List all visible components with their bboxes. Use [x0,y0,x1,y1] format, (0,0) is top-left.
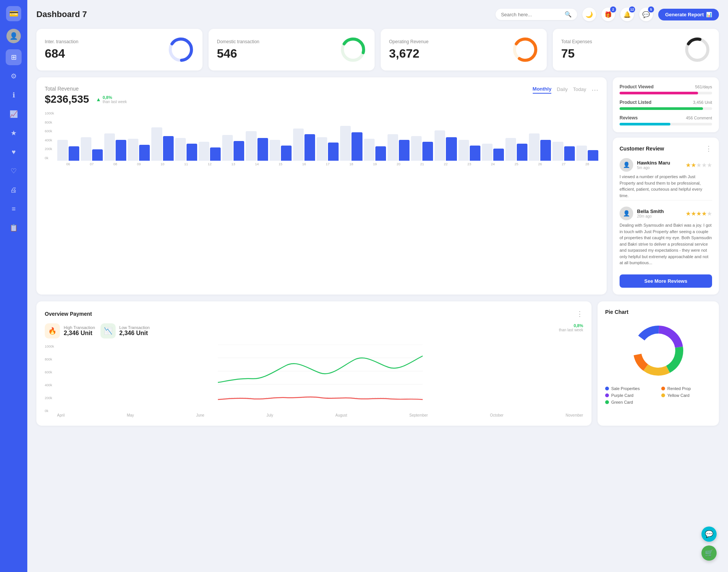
legend-label-sale: Sale Properties [611,386,640,391]
legend-label-yellow: Yellow Card [667,393,689,398]
sidebar-item-settings[interactable]: ⚙ [6,68,22,84]
chat-btn[interactable]: 💬 5 [639,8,653,21]
stat-card-expenses: Total Expenses 75 [553,29,719,71]
sidebar-item-star[interactable]: ★ [6,125,22,141]
bar-grey-11 [317,137,327,161]
stat-card-domestic-content: Domestic transaction 546 [217,39,259,61]
star-0-5: ★ [707,162,712,168]
float-support-btn[interactable]: 💬 [701,527,717,542]
tab-monthly[interactable]: Monthly [533,86,552,94]
search-box[interactable]: 🔍 [496,9,577,20]
bar-label-3: 09 [128,162,150,166]
bar-grey-10 [293,129,304,161]
metric-header-2: Reviews 456 Comment [620,115,712,121]
bar-blue-19 [517,144,527,161]
star-0-2: ★ [691,162,696,168]
legend-dot-purple [605,393,609,397]
bell-btn[interactable]: 🔔 12 [620,8,634,21]
y-label-6: 1000k [45,111,54,115]
gift-btn[interactable]: 🎁 2 [601,8,615,21]
search-input[interactable] [501,12,562,17]
bar-grey-16 [435,130,445,161]
sidebar-item-dashboard[interactable]: ⊞ [6,49,22,65]
y-label-5: 800k [45,121,54,124]
pie-legend: Sale Properties Rented Prop Purple Card … [605,386,711,404]
reviews-more-btn[interactable]: ⋮ [705,144,712,153]
x-september: September [410,413,428,417]
review-stars-1: ★★★★★ [686,210,712,217]
sidebar-item-chart[interactable]: 📈 [6,106,22,122]
app-logo[interactable]: 💳 [6,6,21,21]
bar-group-11 [317,137,339,161]
see-more-reviews-btn[interactable]: See More Reviews [620,274,712,288]
bar-blue-6 [210,147,221,161]
bar-blue-9 [281,146,292,161]
review-text-1: Dealing with Syamsudin and Bakri was a j… [620,222,712,266]
revenue-amount: $236,535 [45,93,89,105]
bar-label-9: 15 [270,162,292,166]
review-top-0: 👤 Hawkins Maru 5m ago ★★★★★ [620,158,712,172]
stat-cards: Inter. transaction 684 Domestic transact… [36,29,719,71]
bar-group-2 [104,133,126,161]
bar-label-20: 26 [529,162,551,166]
reviewer-avatar-0: 👤 [620,158,633,172]
user-avatar[interactable]: 👤 [6,29,21,43]
stat-value-revenue: 3,672 [389,47,428,61]
reviewer-name-0: Hawkins Maru [637,160,670,166]
bar-label-0: 06 [57,162,79,166]
bar-label-1: 07 [81,162,103,166]
metric-name-2: Reviews [620,115,638,121]
stat-card-expenses-content: Total Expenses 75 [561,39,592,61]
review-item-0: 👤 Hawkins Maru 5m ago ★★★★★ I viewed a n… [620,158,712,201]
stat-label-expenses: Total Expenses [561,39,592,44]
bar-label-4: 10 [151,162,173,166]
revenue-card: Total Revenue $236,535 ▲ 0,8% than last … [36,77,607,295]
star-1-1: ★ [686,210,691,217]
payment-x-labels: April May June July August September Oct… [57,413,583,417]
metric-value-0: 561/days [695,85,712,89]
change-pct: 0,8% [103,95,127,100]
generate-report-button[interactable]: Generate Report 📊 [658,9,719,20]
gift-badge: 2 [610,6,616,13]
bar-blue-17 [470,146,480,161]
y-axis: 1000k 800k 600k 400k 200k 0k [45,111,54,161]
bar-blue-10 [304,134,315,161]
bar-blue-13 [375,146,386,161]
float-cart-btn[interactable]: 🛒 [701,545,717,561]
sidebar-item-info[interactable]: ℹ [6,87,22,103]
metrics-card: Product Viewed 561/days Product Listed 3… [613,77,719,132]
sidebar-item-print[interactable]: 🖨 [6,182,22,198]
bar-label-11: 17 [317,162,339,166]
chart-icon: 📊 [706,12,712,17]
bar-blue-0 [69,146,79,161]
x-august: August [336,413,347,417]
high-trans-icon: 🔥 [45,323,60,338]
line-chart-svg-wrap: April May June July August September Oct… [57,345,583,417]
sidebar-item-heart2[interactable]: ♡ [6,163,22,179]
high-trans-info: High Transaction 2,346 Unit [64,325,95,337]
tab-daily[interactable]: Daily [557,86,568,93]
progress-fill-2 [620,123,670,125]
sidebar-item-heart[interactable]: ♥ [6,144,22,160]
header-actions: 🔍 🌙 🎁 2 🔔 12 💬 5 Generate Report 📊 [496,8,719,21]
metric-row-0: Product Viewed 561/days [620,84,712,94]
bar-grey-17 [458,140,469,161]
reviews-card: Customer Review ⋮ 👤 Hawkins Maru 5m ago … [613,138,719,295]
sidebar-item-list[interactable]: 📋 [6,220,22,236]
tab-today[interactable]: Today [573,86,586,93]
moon-btn[interactable]: 🌙 [582,8,596,21]
revenue-left: Total Revenue $236,535 ▲ 0,8% than last … [45,86,127,105]
y-label-2: 200k [45,147,54,151]
payment-more-btn[interactable]: ⋮ [576,310,583,318]
reviewer-avatar-1: 👤 [620,207,633,220]
x-may: May [127,413,134,417]
right-panel: Product Viewed 561/days Product Listed 3… [613,77,719,295]
payment-card: Overview Payment ⋮ 🔥 High Transaction 2,… [36,301,592,426]
review-stars-0: ★★★★★ [686,161,712,169]
sidebar-item-menu[interactable]: ≡ [6,201,22,217]
stat-label-revenue: Operating Revenue [389,39,428,44]
legend-label-green: Green Card [611,400,633,404]
more-options-btn[interactable]: ⋯ [592,86,598,94]
bar-blue-5 [187,144,197,161]
main-content: Dashboard 7 🔍 🌙 🎁 2 🔔 12 💬 5 Generate Re… [27,0,728,572]
